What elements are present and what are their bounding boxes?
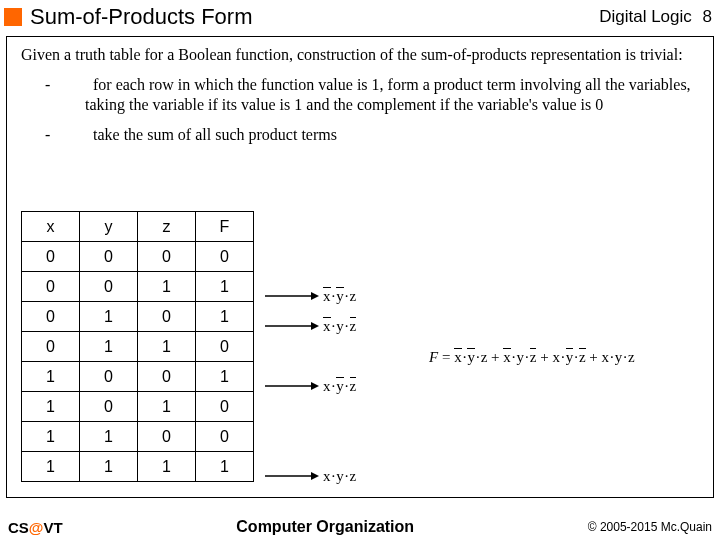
arrow-icon [261,466,319,486]
col-z: z [138,212,196,242]
svg-marker-5 [311,382,319,390]
term-1: x·y·z [323,288,356,305]
table-row: 1111 [22,452,254,482]
bullet-1-text: for each row in which the function value… [85,76,691,113]
svg-marker-3 [311,322,319,330]
arrow-icon [261,316,319,336]
term-2: x·y·z [323,318,356,335]
content-frame: Given a truth table for a Boolean functi… [6,36,714,498]
arrow-row-1: x·y·z [261,281,356,311]
table-row: 0101 [22,302,254,332]
footer-at: @ [29,519,44,536]
slide-header: Sum-of-Products Form Digital Logic 8 [0,0,720,36]
footer-vt: VT [43,519,62,536]
table-header-row: x y z F [22,212,254,242]
bullet-2: -take the sum of all such product terms [65,125,699,145]
footer-copyright: © 2005-2015 Mc.Quain [588,520,712,534]
term-4: x·y·z [323,378,356,395]
header-left: Sum-of-Products Form [4,4,253,30]
bullet-icon [4,8,22,26]
arrow-icon [261,286,319,306]
table-row: 0011 [22,272,254,302]
table-row: 0000 [22,242,254,272]
col-y: y [80,212,138,242]
page-number: 8 [703,7,712,26]
course-label: Digital Logic [599,7,692,26]
bullet-2-text: take the sum of all such product terms [93,126,337,143]
col-F: F [196,212,254,242]
slide-title: Sum-of-Products Form [30,4,253,30]
term-7: x·y·z [323,468,356,485]
header-right: Digital Logic 8 [599,7,712,27]
slide-footer: CS@VT Computer Organization © 2005-2015 … [0,518,720,536]
footer-left: CS@VT [8,519,63,536]
truth-table-area: x y z F 0000 0011 0101 0110 1001 1010 11… [21,211,254,482]
intro-text: Given a truth table for a Boolean functi… [21,45,699,65]
footer-center: Computer Organization [236,518,414,536]
svg-marker-1 [311,292,319,300]
arrow-row-7: x·y·z [261,461,356,491]
table-row: 0110 [22,332,254,362]
bullet-1: -for each row in which the function valu… [65,75,699,115]
table-row: 1010 [22,392,254,422]
svg-marker-7 [311,472,319,480]
footer-cs: CS [8,519,29,536]
table-row: 1100 [22,422,254,452]
table-row: 1001 [22,362,254,392]
arrow-row-4: x·y·z [261,371,356,401]
col-x: x [22,212,80,242]
arrow-row-2: x·y·z [261,311,356,341]
sop-equation: F = x·y·z + x·y·z + x·y·z + x·y·z [429,349,635,366]
truth-table: x y z F 0000 0011 0101 0110 1001 1010 11… [21,211,254,482]
arrow-icon [261,376,319,396]
